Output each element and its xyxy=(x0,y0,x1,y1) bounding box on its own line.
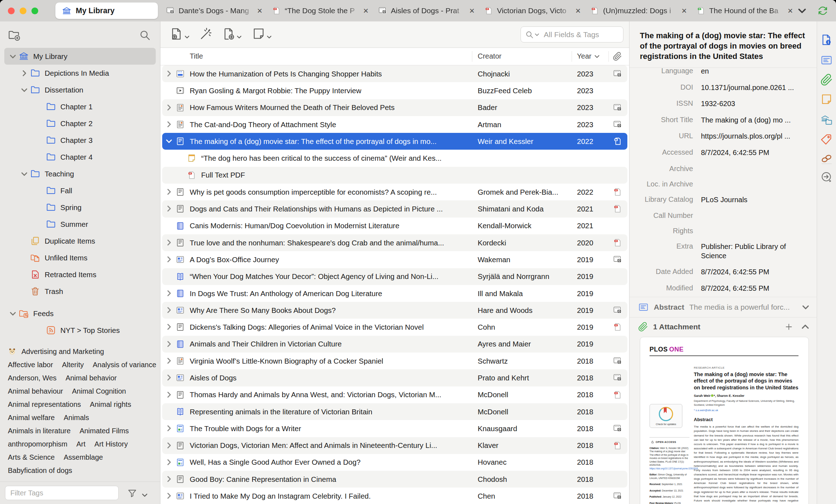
tags-icon[interactable] xyxy=(820,133,833,146)
sidebar-item-depictions-in-media[interactable]: Depictions In Media xyxy=(4,65,156,81)
attachments-icon[interactable] xyxy=(820,74,833,86)
zoom-window-button[interactable] xyxy=(31,8,38,14)
expand-chevron-icon[interactable] xyxy=(165,374,173,381)
tag-item[interactable]: Animal behavior xyxy=(65,374,116,382)
expand-chevron-icon[interactable] xyxy=(165,475,173,483)
minimize-window-button[interactable] xyxy=(20,8,26,14)
close-window-button[interactable] xyxy=(8,8,15,14)
table-row[interactable]: True love and the nonhuman: Shakespeare'… xyxy=(160,234,629,251)
expand-chevron-icon[interactable] xyxy=(165,188,173,195)
expand-chevron-icon[interactable] xyxy=(165,205,173,212)
column-divider[interactable] xyxy=(572,51,572,62)
tag-item[interactable]: anthropomorphism xyxy=(8,440,68,448)
column-header-title[interactable]: Title xyxy=(190,52,203,60)
field-value[interactable]: https://journals.plos.org/pl ... xyxy=(701,132,790,141)
expand-chevron-icon[interactable] xyxy=(165,340,173,348)
tag-item[interactable]: Advertising and Marketing xyxy=(8,347,104,356)
close-tab-icon[interactable]: ✕ xyxy=(255,6,265,16)
filter-tags-input[interactable] xyxy=(5,486,119,500)
sidebar-item-trash[interactable]: Trash xyxy=(4,283,156,300)
table-row[interactable]: In Dogs We Trust: An Anthology of Americ… xyxy=(160,285,629,302)
expand-chevron-icon[interactable] xyxy=(165,459,173,466)
table-row[interactable]: How Famous Writers Mourned the Death of … xyxy=(160,99,629,116)
expand-chevron-icon[interactable] xyxy=(165,256,173,263)
table-row[interactable]: Dickens's Talking Dogs: Allegories of An… xyxy=(160,319,629,335)
tag-item[interactable]: Animal welfare xyxy=(8,414,55,422)
table-row[interactable]: Aisles of DogsPrato and Kehrt2018 xyxy=(160,369,629,386)
sidebar-item-chapter-2[interactable]: Chapter 2 xyxy=(4,115,156,132)
chevron-down-icon[interactable] xyxy=(9,53,16,60)
tag-item[interactable]: Animal representations xyxy=(8,400,81,409)
tag-item[interactable]: Affective labor xyxy=(8,361,53,369)
document-tab[interactable]: Dante’s Dogs - Mang✕ xyxy=(161,0,268,21)
add-attachment-icon[interactable] xyxy=(785,323,793,331)
child-item-row[interactable]: Full Text PDF xyxy=(160,167,629,184)
expand-chevron-icon[interactable] xyxy=(165,138,173,145)
table-row[interactable]: Animals and Their Children in Victorian … xyxy=(160,336,629,353)
sidebar-item-retracted-items[interactable]: Retracted Items xyxy=(4,266,156,283)
table-row[interactable]: The Cat-and-Dog Theory of Attachment Sty… xyxy=(160,116,629,133)
field-value[interactable]: 8/7/2024, 6:42:55 PM xyxy=(701,268,769,277)
close-tab-icon[interactable]: ✕ xyxy=(679,6,689,16)
chevron-down-icon[interactable] xyxy=(141,492,148,498)
field-value[interactable]: The making of a (dog) mo ... xyxy=(701,116,791,125)
tag-item[interactable]: Art History xyxy=(94,440,128,448)
sidebar-item-unfiled-items[interactable]: Unfiled Items xyxy=(4,249,156,266)
document-tab[interactable]: Victorian Dogs, Victo✕ xyxy=(480,0,586,21)
document-tab[interactable]: (Un)muzzled: Dogs i✕ xyxy=(586,0,692,21)
sidebar-item-spring[interactable]: Spring xyxy=(4,199,156,216)
column-divider[interactable] xyxy=(472,51,472,62)
table-row[interactable]: Ryan Gosling & Margot Robbie: The Puppy … xyxy=(160,82,629,99)
chevron-right-icon[interactable] xyxy=(21,70,28,77)
attachment-preview-card[interactable]: PLOSONE Check for updates OPEN ACCESS Ci… xyxy=(640,337,809,504)
table-row[interactable]: How the Humanization of Pets Is Changing… xyxy=(160,65,629,82)
table-row[interactable]: Thomas Hardy and Animals by Anna West, a… xyxy=(160,386,629,403)
sidebar-item-duplicate-items[interactable]: Duplicate Items xyxy=(4,233,156,249)
expand-chevron-icon[interactable] xyxy=(165,425,173,432)
chevron-down-icon[interactable] xyxy=(534,32,539,37)
new-note-button[interactable] xyxy=(252,27,272,41)
document-tab[interactable]: The Hound of the Ba✕ xyxy=(692,0,798,21)
add-by-identifier-button[interactable] xyxy=(199,27,213,41)
funnel-icon[interactable] xyxy=(127,488,137,498)
field-value[interactable]: 10.1371/journal.pone.0261 ... xyxy=(701,83,794,93)
expand-chevron-icon[interactable] xyxy=(165,323,173,330)
column-divider[interactable] xyxy=(608,51,609,62)
expand-chevron-icon[interactable] xyxy=(165,357,173,364)
related-icon[interactable] xyxy=(820,152,833,165)
table-row[interactable]: Canis Modernis: Human/Dog Coevolution in… xyxy=(160,218,629,234)
close-tab-icon[interactable]: ✕ xyxy=(573,6,583,16)
tag-item[interactable]: Anderson, Wes xyxy=(8,374,56,382)
expand-chevron-icon[interactable] xyxy=(165,121,173,128)
abstract-section[interactable]: Abstract The media is a powerful forc... xyxy=(630,297,817,317)
field-value[interactable]: en xyxy=(701,67,709,76)
new-collection-icon[interactable] xyxy=(8,29,21,42)
chevron-down-icon[interactable] xyxy=(802,303,810,311)
sidebar-item-dissertation[interactable]: Dissertation xyxy=(4,81,156,98)
document-tab[interactable]: “The Dog Stole the P✕ xyxy=(268,0,374,21)
sync-icon[interactable] xyxy=(817,5,828,16)
document-tab[interactable]: Aisles of Dogs - Prat✕ xyxy=(374,0,480,21)
expand-chevron-icon[interactable] xyxy=(165,442,173,449)
sidebar-item-summer[interactable]: Summer xyxy=(4,216,156,233)
table-row[interactable]: I Tried to Make My Dog an Instagram Cele… xyxy=(160,488,629,504)
field-value[interactable]: 8/7/2024, 6:42:55 PM xyxy=(701,284,769,293)
tag-item[interactable]: Animal Cognition xyxy=(72,387,126,395)
chevron-down-icon[interactable] xyxy=(797,6,807,15)
field-value[interactable]: 1932-6203 xyxy=(701,99,735,109)
field-value[interactable]: 8/7/2024, 6:42:55 PM xyxy=(701,148,769,158)
chevron-down-icon[interactable] xyxy=(21,170,28,178)
tag-item[interactable]: Art xyxy=(76,440,86,448)
tag-item[interactable]: Animated Films xyxy=(80,427,129,435)
close-tab-icon[interactable]: ✕ xyxy=(785,6,795,16)
sidebar-item-nyt-top-stories[interactable]: NYT > Top Stories xyxy=(4,322,156,339)
expand-chevron-icon[interactable] xyxy=(165,70,173,77)
tag-item[interactable]: Arts & Science xyxy=(8,453,55,461)
tab-my-library[interactable]: My Library xyxy=(55,3,158,19)
tag-item[interactable]: Assemblage xyxy=(64,453,103,461)
abstract-icon[interactable] xyxy=(820,54,833,66)
expand-chevron-icon[interactable] xyxy=(165,104,173,111)
sidebar-item-feeds[interactable]: Feeds xyxy=(4,305,156,322)
item-info-icon[interactable] xyxy=(820,34,833,46)
search-icon[interactable] xyxy=(525,30,534,39)
